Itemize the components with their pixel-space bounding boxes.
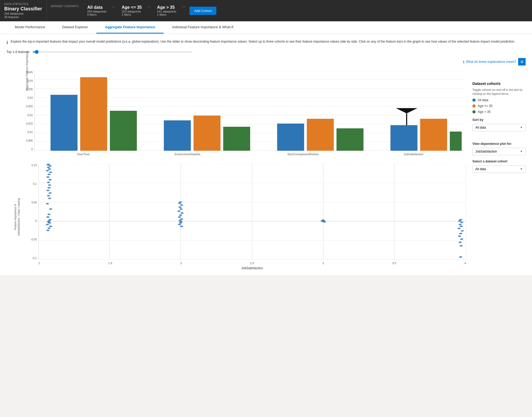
svg-point-74 xyxy=(458,220,461,222)
cohort-filter-0: 0 filters xyxy=(87,13,106,16)
select-cohort-dropdown[interactable]: All data ▼ xyxy=(472,165,526,173)
y-tick-7: 0.01 xyxy=(28,131,33,134)
x-label-job: JobSatisfaction xyxy=(404,153,424,156)
info-box: ℹ Explore the top-k important features t… xyxy=(6,39,526,46)
cohort-name-1: Age <= 35 xyxy=(122,5,142,10)
settings-button[interactable]: ⚙ xyxy=(518,58,526,66)
scatter-svg[interactable] xyxy=(38,164,466,260)
sx-label-2: 2 xyxy=(180,261,182,265)
svg-point-52 xyxy=(46,230,50,231)
info-icon: ℹ xyxy=(6,39,8,46)
svg-point-26 xyxy=(48,165,52,167)
top-k-slider[interactable] xyxy=(33,51,192,52)
tab-model-performance[interactable]: Model Performance xyxy=(6,21,53,34)
cohort-dots-0[interactable]: ··· xyxy=(112,5,115,9)
svg-point-37 xyxy=(46,190,50,191)
bar-env-blue[interactable] xyxy=(164,120,191,151)
legend-dot-blue xyxy=(472,99,476,102)
sy-tick-5: -0.1 xyxy=(32,257,37,260)
y-tick-6: 0.015 xyxy=(26,122,33,125)
y-tick-9: 0 xyxy=(31,148,33,151)
svg-point-67 xyxy=(180,226,183,227)
cohort-filter-2: 1 filters xyxy=(157,13,176,16)
cohort-dots-1[interactable]: ··· xyxy=(147,5,151,9)
cohort-name-2: Age > 35 xyxy=(157,5,176,10)
datapoints: 294 datapoints xyxy=(4,12,42,15)
bar-overtime-orange[interactable] xyxy=(80,77,107,151)
bar-y-label: Aggregate Feature Importance xyxy=(25,51,28,91)
y-tick-5: 0.02 xyxy=(28,114,33,117)
slider-thumb[interactable] xyxy=(35,50,39,54)
sx-label-15: 1.5 xyxy=(108,261,112,265)
sy-tick-2: 0.05 xyxy=(32,201,37,204)
sort-by-dropdown[interactable]: All data ▼ xyxy=(472,124,526,131)
svg-point-58 xyxy=(177,210,180,212)
cohorts-panel-desc: Toggle cohorts on and off in the plot by… xyxy=(472,88,526,96)
svg-point-81 xyxy=(458,235,461,237)
svg-point-43 xyxy=(47,214,51,215)
svg-point-54 xyxy=(178,202,181,204)
view-dep-value: JobSatisfaction xyxy=(475,150,497,153)
info-icon-small: ℹ xyxy=(463,60,464,64)
legend-age-gt35[interactable]: Age > 35 xyxy=(472,110,526,114)
sx-label-4: 4 xyxy=(464,261,466,265)
cohort-all-data: All data 294 datapoints 0 filters ··· xyxy=(83,3,118,18)
cohort-all-data-item: All data 294 datapoints 0 filters xyxy=(83,3,111,18)
svg-point-29 xyxy=(46,170,49,171)
tab-aggregate-feature[interactable]: Aggregate Feature Importance xyxy=(96,21,164,34)
svg-point-39 xyxy=(47,195,50,197)
bar-num-blue[interactable] xyxy=(277,124,304,151)
svg-point-32 xyxy=(46,176,50,178)
chart-area: Aggregate Feature Importance 0.045 0.04 … xyxy=(6,71,526,270)
sort-by-label: Sort by xyxy=(472,118,526,122)
scatter-inner: 0.15 0.1 0.05 0 -0.05 -0.1 xyxy=(28,164,466,270)
cohort-age-gt35: Age > 35 141 datapoints 1 filters ··· xyxy=(153,3,187,18)
cohorts-section: DATASET COHORTS All data 294 datapoints … xyxy=(47,0,532,21)
svg-point-55 xyxy=(180,204,183,206)
explain-row: ℹ What do these explanations mean? ⚙ xyxy=(6,58,526,66)
features: 30 features xyxy=(4,15,42,19)
cohort-name-0: All data xyxy=(87,5,106,10)
legend-label-1: Age <= 35 xyxy=(478,104,492,108)
scatter-y-label-container: Feature importance ofJobSatisfaction : C… xyxy=(6,164,28,270)
legend-age-lte35[interactable]: Age <= 35 xyxy=(472,104,526,108)
sy-tick-4: -0.05 xyxy=(31,238,37,241)
bar-overtime-green[interactable] xyxy=(110,111,137,151)
explain-button[interactable]: ℹ What do these explanations mean? xyxy=(463,60,516,64)
svg-point-40 xyxy=(48,198,51,199)
sx-label-35: 3.5 xyxy=(392,261,396,265)
svg-point-83 xyxy=(459,242,462,243)
svg-point-75 xyxy=(460,222,463,223)
sy-tick-0: 0.15 xyxy=(32,164,37,167)
svg-point-61 xyxy=(178,216,181,218)
tab-individual-feature[interactable]: Individual Feature Importance & What-If xyxy=(164,21,242,34)
bar-num-orange[interactable] xyxy=(307,119,334,151)
svg-point-62 xyxy=(180,218,183,220)
header: DATA STATISTICS Binary Classifier 294 da… xyxy=(0,0,532,21)
svg-point-33 xyxy=(48,179,52,181)
add-cohort-button[interactable]: Add Cohort xyxy=(189,7,217,15)
svg-point-36 xyxy=(47,187,51,189)
svg-point-28 xyxy=(48,168,51,170)
bar-job-orange[interactable] xyxy=(420,119,447,151)
sx-label-25: 2.5 xyxy=(250,261,254,265)
x-label-env: EnvironmentSatisfa... xyxy=(175,153,203,156)
tab-dataset-explorer[interactable]: Dataset Explorer xyxy=(53,21,96,34)
view-dep-dropdown[interactable]: JobSatisfaction ▼ xyxy=(472,148,526,155)
legend-all-data[interactable]: All data xyxy=(472,98,526,102)
bar-overtime-blue[interactable] xyxy=(51,95,77,151)
bar-env-orange[interactable] xyxy=(193,116,220,151)
cohort-dp-1: 153 datapoints xyxy=(122,10,142,13)
cohort-dp-2: 141 datapoints xyxy=(157,10,176,13)
bar-chart-section: Aggregate Feature Importance 0.045 0.04 … xyxy=(6,71,466,156)
select-cohort-arrow: ▼ xyxy=(520,167,523,170)
svg-point-60 xyxy=(179,214,182,216)
bar-env-green[interactable] xyxy=(223,127,250,151)
svg-point-84 xyxy=(460,245,463,247)
bar-job-green[interactable] xyxy=(450,132,462,151)
sx-label-3: 3 xyxy=(322,261,324,265)
bar-job-blue[interactable] xyxy=(390,125,417,151)
bar-num-green[interactable] xyxy=(336,128,363,151)
cohort-dots-2[interactable]: ··· xyxy=(182,5,185,9)
svg-point-80 xyxy=(459,233,462,234)
